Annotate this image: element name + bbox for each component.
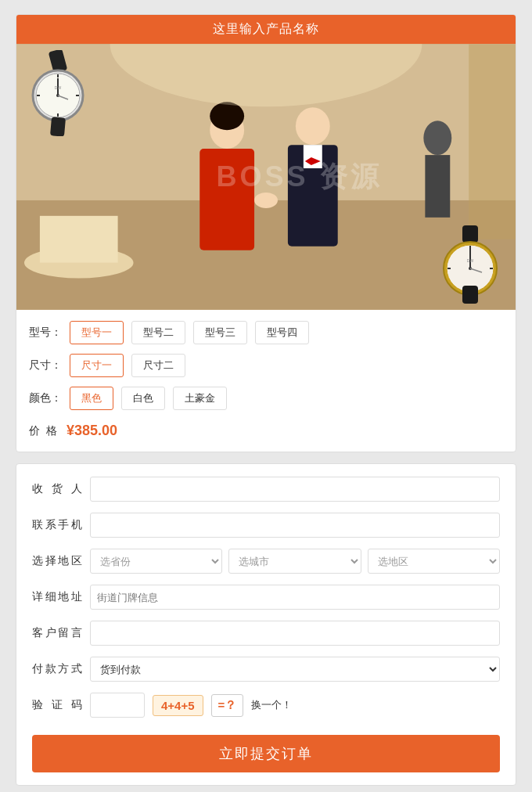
watch-top-left: DW xyxy=(23,50,93,136)
color-btn-3[interactable]: 土豪金 xyxy=(173,387,227,410)
model-row: 型号： 型号一 型号二 型号三 型号四 xyxy=(29,321,503,344)
model-btn-1[interactable]: 型号一 xyxy=(70,321,124,344)
receiver-label: 收货人 xyxy=(32,482,82,496)
phone-input[interactable] xyxy=(90,513,500,538)
receiver-input[interactable] xyxy=(90,477,500,502)
product-card: 这里输入产品名称 xyxy=(16,14,516,452)
color-btn-2[interactable]: 白色 xyxy=(121,387,165,410)
page-wrapper: 这里输入产品名称 xyxy=(0,0,532,792)
remark-label: 客户留言 xyxy=(32,626,82,640)
captcha-refresh-link[interactable]: 换一个！ xyxy=(251,698,292,712)
phone-row: 联系手机 xyxy=(32,513,500,538)
captcha-input[interactable] xyxy=(90,693,145,718)
svg-text:DW: DW xyxy=(467,258,474,263)
svg-rect-29 xyxy=(462,225,478,243)
model-btn-3[interactable]: 型号三 xyxy=(193,321,247,344)
color-row: 颜色： 黑色 白色 土豪金 xyxy=(29,387,503,410)
region-row: 选择地区 选省份 选城市 选地区 xyxy=(32,549,500,574)
captcha-eq: =？ xyxy=(211,694,244,717)
payment-label: 付款方式 xyxy=(32,662,82,676)
svg-text:DW: DW xyxy=(55,85,62,90)
address-row: 详细地址 xyxy=(32,585,500,610)
province-select[interactable]: 选省份 xyxy=(90,549,222,574)
svg-point-5 xyxy=(423,121,451,155)
remark-row: 客户留言 xyxy=(32,621,500,646)
model-btn-4[interactable]: 型号四 xyxy=(255,321,309,344)
svg-rect-4 xyxy=(40,216,118,263)
size-btn-1[interactable]: 尺寸一 xyxy=(70,354,124,377)
captcha-formula: 4+4+5 xyxy=(153,695,203,716)
size-row: 尺寸： 尺寸一 尺寸二 xyxy=(29,354,503,377)
captcha-row: 验证码 4+4+5 =？ 换一个！ xyxy=(32,693,500,718)
size-label: 尺寸： xyxy=(29,358,62,373)
region-label: 选择地区 xyxy=(32,554,82,568)
price-label: 价 格 xyxy=(29,424,59,438)
size-btn-2[interactable]: 尺寸二 xyxy=(131,354,185,377)
svg-point-9 xyxy=(210,102,244,130)
svg-rect-6 xyxy=(425,155,450,218)
price-value: ¥385.00 xyxy=(66,423,117,439)
watch-bottom-right: DW xyxy=(431,225,509,304)
captcha-label: 验证码 xyxy=(32,698,82,712)
svg-rect-8 xyxy=(200,149,254,250)
address-input[interactable] xyxy=(90,585,500,610)
svg-rect-12 xyxy=(304,145,322,168)
product-options: 型号： 型号一 型号二 型号三 型号四 尺寸： 尺寸一 尺寸二 颜色： 黑色 白… xyxy=(16,310,516,410)
payment-row: 付款方式 货到付款 在线支付 xyxy=(32,657,500,682)
svg-point-14 xyxy=(254,193,278,208)
receiver-row: 收货人 xyxy=(32,477,500,502)
address-label: 详细地址 xyxy=(32,590,82,604)
submit-button[interactable]: 立即提交订单 xyxy=(32,735,500,772)
region-selects: 选省份 选城市 选地区 xyxy=(90,549,500,574)
model-btn-2[interactable]: 型号二 xyxy=(131,321,185,344)
svg-rect-28 xyxy=(50,117,66,136)
product-title: 这里输入产品名称 xyxy=(16,15,516,44)
payment-select[interactable]: 货到付款 在线支付 xyxy=(90,657,500,682)
color-label: 颜色： xyxy=(29,391,62,405)
svg-rect-15 xyxy=(469,45,516,239)
order-card: 收货人 联系手机 选择地区 选省份 选城市 选地区 详细地址 xyxy=(16,463,516,786)
svg-point-10 xyxy=(296,107,330,145)
svg-rect-40 xyxy=(462,286,478,304)
price-row: 价 格 ¥385.00 xyxy=(16,419,516,439)
color-btn-1[interactable]: 黑色 xyxy=(70,387,113,410)
phone-label: 联系手机 xyxy=(32,518,82,532)
product-image-container: DW xyxy=(16,44,516,310)
model-label: 型号： xyxy=(29,326,62,340)
city-select[interactable]: 选城市 xyxy=(228,549,361,574)
district-select[interactable]: 选地区 xyxy=(368,549,500,574)
remark-input[interactable] xyxy=(90,621,500,646)
